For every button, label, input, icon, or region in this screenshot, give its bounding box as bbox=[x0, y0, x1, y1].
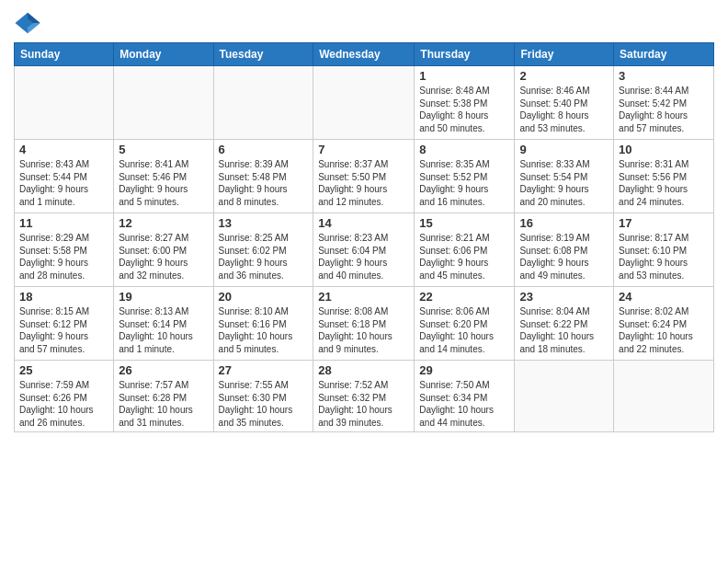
calendar-cell: 26Sunrise: 7:57 AM Sunset: 6:28 PM Dayli… bbox=[114, 361, 213, 432]
calendar-cell: 22Sunrise: 8:06 AM Sunset: 6:20 PM Dayli… bbox=[415, 287, 515, 361]
day-number: 1 bbox=[419, 69, 509, 83]
calendar-week-row: 1Sunrise: 8:48 AM Sunset: 5:38 PM Daylig… bbox=[15, 66, 714, 140]
day-number: 2 bbox=[519, 69, 609, 83]
weekday-header-sunday: Sunday bbox=[15, 43, 114, 66]
day-info: Sunrise: 8:08 AM Sunset: 6:18 PM Dayligh… bbox=[318, 305, 409, 355]
calendar-cell: 21Sunrise: 8:08 AM Sunset: 6:18 PM Dayli… bbox=[313, 287, 415, 361]
calendar-body: 1Sunrise: 8:48 AM Sunset: 5:38 PM Daylig… bbox=[15, 66, 714, 432]
day-number: 28 bbox=[318, 363, 409, 377]
calendar-week-row: 11Sunrise: 8:29 AM Sunset: 5:58 PM Dayli… bbox=[15, 213, 714, 287]
day-number: 24 bbox=[619, 290, 709, 304]
day-number: 7 bbox=[318, 143, 409, 156]
calendar-cell: 27Sunrise: 7:55 AM Sunset: 6:30 PM Dayli… bbox=[213, 361, 313, 432]
day-info: Sunrise: 8:41 AM Sunset: 5:46 PM Dayligh… bbox=[119, 158, 208, 208]
calendar-cell: 24Sunrise: 8:02 AM Sunset: 6:24 PM Dayli… bbox=[614, 287, 714, 361]
weekday-header-thursday: Thursday bbox=[415, 43, 515, 66]
calendar-cell: 3Sunrise: 8:44 AM Sunset: 5:42 PM Daylig… bbox=[614, 66, 714, 140]
calendar-cell: 13Sunrise: 8:25 AM Sunset: 6:02 PM Dayli… bbox=[213, 213, 313, 287]
day-number: 26 bbox=[119, 363, 208, 377]
calendar-cell bbox=[213, 66, 313, 140]
day-number: 22 bbox=[419, 290, 509, 304]
calendar-cell: 5Sunrise: 8:41 AM Sunset: 5:46 PM Daylig… bbox=[114, 140, 213, 213]
day-number: 14 bbox=[318, 216, 409, 230]
calendar-cell: 25Sunrise: 7:59 AM Sunset: 6:26 PM Dayli… bbox=[15, 361, 114, 432]
day-info: Sunrise: 8:48 AM Sunset: 5:38 PM Dayligh… bbox=[419, 85, 509, 134]
day-number: 5 bbox=[119, 143, 208, 156]
day-number: 4 bbox=[19, 143, 108, 156]
calendar: SundayMondayTuesdayWednesdayThursdayFrid… bbox=[14, 42, 714, 432]
day-number: 3 bbox=[619, 69, 709, 83]
day-info: Sunrise: 8:13 AM Sunset: 6:14 PM Dayligh… bbox=[119, 305, 208, 355]
weekday-header-friday: Friday bbox=[515, 43, 614, 66]
day-info: Sunrise: 8:31 AM Sunset: 5:56 PM Dayligh… bbox=[619, 158, 709, 208]
day-number: 6 bbox=[219, 143, 309, 156]
calendar-cell: 4Sunrise: 8:43 AM Sunset: 5:44 PM Daylig… bbox=[15, 140, 114, 213]
day-info: Sunrise: 8:44 AM Sunset: 5:42 PM Dayligh… bbox=[619, 85, 709, 134]
day-number: 16 bbox=[519, 216, 609, 230]
calendar-cell: 2Sunrise: 8:46 AM Sunset: 5:40 PM Daylig… bbox=[515, 66, 614, 140]
day-info: Sunrise: 8:35 AM Sunset: 5:52 PM Dayligh… bbox=[419, 158, 509, 208]
day-info: Sunrise: 8:15 AM Sunset: 6:12 PM Dayligh… bbox=[19, 305, 108, 355]
day-info: Sunrise: 7:52 AM Sunset: 6:32 PM Dayligh… bbox=[318, 379, 409, 429]
logo-icon bbox=[14, 9, 41, 37]
day-number: 21 bbox=[318, 290, 409, 304]
day-info: Sunrise: 8:33 AM Sunset: 5:54 PM Dayligh… bbox=[519, 158, 609, 208]
day-info: Sunrise: 7:59 AM Sunset: 6:26 PM Dayligh… bbox=[19, 379, 108, 429]
calendar-cell: 16Sunrise: 8:19 AM Sunset: 6:08 PM Dayli… bbox=[515, 213, 614, 287]
calendar-cell: 20Sunrise: 8:10 AM Sunset: 6:16 PM Dayli… bbox=[213, 287, 313, 361]
day-info: Sunrise: 8:19 AM Sunset: 6:08 PM Dayligh… bbox=[519, 232, 609, 282]
day-info: Sunrise: 8:27 AM Sunset: 6:00 PM Dayligh… bbox=[119, 232, 208, 282]
calendar-cell: 28Sunrise: 7:52 AM Sunset: 6:32 PM Dayli… bbox=[313, 361, 415, 432]
day-number: 8 bbox=[419, 143, 509, 156]
calendar-cell: 19Sunrise: 8:13 AM Sunset: 6:14 PM Dayli… bbox=[114, 287, 213, 361]
calendar-cell: 14Sunrise: 8:23 AM Sunset: 6:04 PM Dayli… bbox=[313, 213, 415, 287]
day-number: 11 bbox=[19, 216, 108, 230]
calendar-cell: 8Sunrise: 8:35 AM Sunset: 5:52 PM Daylig… bbox=[415, 140, 515, 213]
calendar-week-row: 18Sunrise: 8:15 AM Sunset: 6:12 PM Dayli… bbox=[15, 287, 714, 361]
day-number: 25 bbox=[19, 363, 108, 377]
calendar-cell: 9Sunrise: 8:33 AM Sunset: 5:54 PM Daylig… bbox=[515, 140, 614, 213]
calendar-cell: 18Sunrise: 8:15 AM Sunset: 6:12 PM Dayli… bbox=[15, 287, 114, 361]
day-number: 13 bbox=[219, 216, 309, 230]
page: SundayMondayTuesdayWednesdayThursdayFrid… bbox=[0, 0, 728, 563]
day-number: 19 bbox=[119, 290, 208, 304]
day-info: Sunrise: 8:21 AM Sunset: 6:06 PM Dayligh… bbox=[419, 232, 509, 282]
weekday-header-tuesday: Tuesday bbox=[213, 43, 313, 66]
day-number: 12 bbox=[119, 216, 208, 230]
day-info: Sunrise: 8:06 AM Sunset: 6:20 PM Dayligh… bbox=[419, 305, 509, 355]
day-info: Sunrise: 8:43 AM Sunset: 5:44 PM Dayligh… bbox=[19, 158, 108, 208]
day-number: 23 bbox=[519, 290, 609, 304]
day-info: Sunrise: 8:02 AM Sunset: 6:24 PM Dayligh… bbox=[619, 305, 709, 355]
day-info: Sunrise: 8:46 AM Sunset: 5:40 PM Dayligh… bbox=[519, 85, 609, 134]
day-info: Sunrise: 8:10 AM Sunset: 6:16 PM Dayligh… bbox=[219, 305, 309, 355]
day-number: 18 bbox=[19, 290, 108, 304]
header bbox=[14, 9, 714, 37]
day-number: 29 bbox=[419, 363, 509, 377]
day-info: Sunrise: 7:57 AM Sunset: 6:28 PM Dayligh… bbox=[119, 379, 208, 429]
day-info: Sunrise: 7:55 AM Sunset: 6:30 PM Dayligh… bbox=[219, 379, 309, 429]
day-info: Sunrise: 8:23 AM Sunset: 6:04 PM Dayligh… bbox=[318, 232, 409, 282]
day-number: 10 bbox=[619, 143, 709, 156]
calendar-cell bbox=[114, 66, 213, 140]
calendar-cell: 12Sunrise: 8:27 AM Sunset: 6:00 PM Dayli… bbox=[114, 213, 213, 287]
calendar-cell: 6Sunrise: 8:39 AM Sunset: 5:48 PM Daylig… bbox=[213, 140, 313, 213]
calendar-cell bbox=[15, 66, 114, 140]
day-info: Sunrise: 8:04 AM Sunset: 6:22 PM Dayligh… bbox=[519, 305, 609, 355]
day-number: 20 bbox=[219, 290, 309, 304]
day-number: 17 bbox=[619, 216, 709, 230]
calendar-cell bbox=[515, 361, 614, 432]
calendar-cell bbox=[614, 361, 714, 432]
calendar-cell: 1Sunrise: 8:48 AM Sunset: 5:38 PM Daylig… bbox=[415, 66, 515, 140]
calendar-week-row: 4Sunrise: 8:43 AM Sunset: 5:44 PM Daylig… bbox=[15, 140, 714, 213]
calendar-cell: 29Sunrise: 7:50 AM Sunset: 6:34 PM Dayli… bbox=[415, 361, 515, 432]
calendar-week-row: 25Sunrise: 7:59 AM Sunset: 6:26 PM Dayli… bbox=[15, 361, 714, 432]
calendar-header: SundayMondayTuesdayWednesdayThursdayFrid… bbox=[15, 43, 714, 66]
day-number: 27 bbox=[219, 363, 309, 377]
weekday-header-row: SundayMondayTuesdayWednesdayThursdayFrid… bbox=[15, 43, 714, 66]
weekday-header-saturday: Saturday bbox=[614, 43, 714, 66]
calendar-cell: 7Sunrise: 8:37 AM Sunset: 5:50 PM Daylig… bbox=[313, 140, 415, 213]
calendar-cell: 15Sunrise: 8:21 AM Sunset: 6:06 PM Dayli… bbox=[415, 213, 515, 287]
weekday-header-monday: Monday bbox=[114, 43, 213, 66]
calendar-cell: 10Sunrise: 8:31 AM Sunset: 5:56 PM Dayli… bbox=[614, 140, 714, 213]
calendar-cell bbox=[313, 66, 415, 140]
